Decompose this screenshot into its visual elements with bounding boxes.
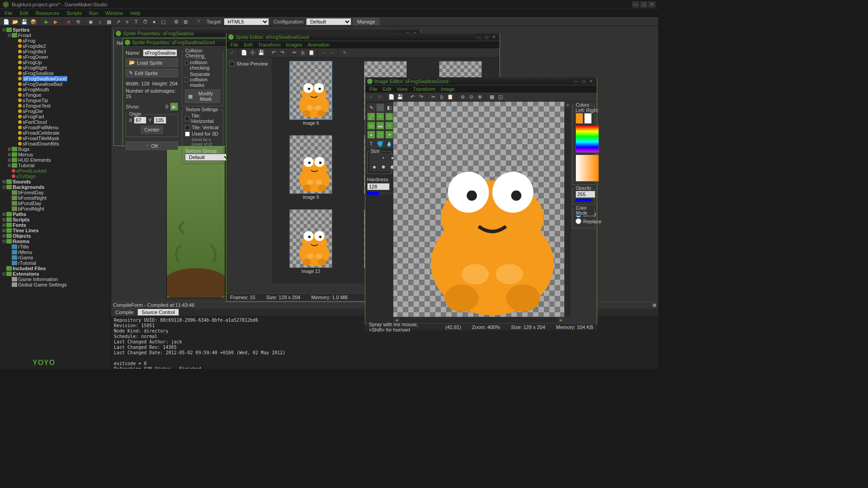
tree-backgrounds[interactable]: Backgrounds — [13, 184, 44, 190]
extension-icon[interactable]: ⊞ — [182, 18, 189, 25]
tile-v-checkbox[interactable] — [185, 125, 190, 130]
add-icon[interactable]: ➕ — [249, 49, 256, 56]
new-project-icon[interactable]: 📄 — [3, 18, 10, 25]
help-icon[interactable]: ? — [195, 18, 202, 25]
se-menu-edit[interactable]: Edit — [242, 42, 255, 48]
brush-size-1[interactable]: · — [370, 154, 378, 162]
debug-icon[interactable]: ▶ — [52, 18, 59, 25]
compile-close-icon[interactable]: ⊗ — [652, 302, 656, 309]
text-tool[interactable]: T — [367, 140, 375, 148]
se-menu-transform[interactable]: Transform — [256, 42, 283, 48]
zoom-in-icon[interactable]: ⊕ — [476, 94, 483, 101]
tree-sprite-item[interactable]: sTutSign — [1, 174, 110, 179]
target-select[interactable]: HTML5 — [224, 18, 269, 25]
se-menu-file[interactable]: File — [228, 42, 241, 48]
export-icon[interactable]: 📦 — [30, 18, 37, 25]
wand-tool[interactable]: ✦ — [385, 131, 393, 139]
close-icon[interactable]: ✕ — [588, 78, 595, 84]
tree-paths[interactable]: Paths — [13, 211, 26, 217]
sprite-props-window-2[interactable]: Sprite Properties: sFrogSwallowGood Name… — [123, 38, 226, 146]
cache-icon[interactable]: ⟲ — [74, 18, 81, 25]
tree-sprite-item[interactable]: sFrogSwallowBad — [1, 81, 110, 87]
separate-checkbox[interactable] — [185, 77, 188, 82]
tree-sprite-item[interactable]: sFrogSwallow — [1, 70, 110, 76]
new-icon[interactable]: 📄 — [388, 94, 395, 101]
tree-sprite-item[interactable]: sFrog — [1, 38, 110, 43]
image-canvas[interactable] — [393, 102, 564, 317]
left-color-swatch[interactable] — [576, 113, 583, 124]
manage-button[interactable]: Manage — [353, 18, 379, 25]
undo-icon[interactable]: ↶ — [270, 49, 277, 56]
name-input[interactable] — [143, 49, 177, 56]
open-icon[interactable]: 📂 — [12, 18, 19, 25]
rect-tool[interactable]: ▭ — [367, 122, 375, 130]
hardness-slider[interactable] — [367, 192, 392, 195]
eraser-tool[interactable]: ◧ — [385, 103, 393, 112]
color-palette[interactable] — [576, 126, 599, 153]
redo-icon[interactable]: ↷ — [278, 49, 286, 56]
tree-sprites[interactable]: Sprites — [13, 27, 29, 33]
ok-button[interactable]: ✓OK — [126, 141, 178, 150]
maximize-button[interactable]: ◻ — [640, 1, 647, 8]
shift-left-icon[interactable]: ← — [320, 49, 327, 56]
menu-window[interactable]: Window — [103, 9, 126, 17]
menu-run[interactable]: Run — [86, 9, 101, 17]
tree-rooms[interactable]: Rooms — [13, 239, 29, 244]
source-control-tab[interactable]: Source Control — [137, 309, 179, 316]
tree-bg-item[interactable]: bForestDay — [1, 190, 110, 195]
menu-scripts[interactable]: Scripts — [64, 9, 85, 17]
rect-fill-tool[interactable]: ▬ — [376, 122, 384, 130]
minimize-button[interactable]: — — [632, 1, 639, 8]
stop-icon[interactable]: ■ — [65, 18, 72, 25]
ie-menu-file[interactable]: File — [367, 86, 380, 92]
hue-picker[interactable] — [576, 155, 599, 182]
ie-menu-edit[interactable]: Edit — [381, 86, 394, 92]
object-icon[interactable]: ● — [151, 18, 158, 25]
se-menu-animation[interactable]: Animation — [306, 42, 332, 48]
brush-size-2[interactable]: • — [379, 154, 387, 162]
origin-x-input[interactable] — [134, 117, 146, 124]
tree-timelines[interactable]: Time Lines — [13, 228, 38, 233]
ellipse-tool[interactable]: ○ — [385, 122, 393, 130]
tree-sprite-item[interactable]: sFrogIdle3 — [1, 49, 110, 54]
tree-sprite-item[interactable]: sFrogRight — [1, 65, 110, 70]
pencil-tool[interactable]: ✎ — [367, 103, 375, 112]
precise-checkbox[interactable] — [185, 60, 188, 65]
brush-size-4[interactable]: ● — [370, 163, 378, 171]
picker-tool[interactable]: 💧 — [385, 140, 393, 148]
new-icon[interactable]: 📄 — [241, 49, 248, 56]
se-menu-images[interactable]: Images — [283, 42, 304, 48]
menu-resources[interactable]: Resources — [33, 9, 62, 17]
save-icon[interactable]: 💾 — [258, 49, 265, 56]
save-icon[interactable]: 💾 — [396, 94, 404, 101]
center-button[interactable]: Center — [141, 126, 162, 134]
frame-item[interactable]: image 6 — [275, 61, 346, 131]
tree-folder[interactable]: ⊞Tutorial — [1, 163, 110, 168]
frame-item[interactable]: image 9 — [275, 135, 346, 206]
redo-icon[interactable]: ↷ — [417, 94, 425, 101]
check-icon[interactable]: ✓ — [228, 49, 236, 56]
polygon-tool[interactable]: ⬡ — [385, 113, 393, 121]
font-icon[interactable]: T — [132, 18, 140, 25]
tree-folder[interactable]: ⊞Bugs — [1, 146, 110, 152]
opacity-input[interactable] — [576, 191, 595, 198]
menu-edit[interactable]: Edit — [17, 9, 31, 17]
copy-icon[interactable]: ⎘ — [299, 49, 307, 56]
tree-bg-item[interactable]: bPondNight — [1, 206, 110, 211]
tree-objects[interactable]: Objects — [13, 233, 31, 239]
check-icon[interactable]: ✓ — [367, 94, 374, 101]
script-icon[interactable]: ≡ — [123, 18, 131, 25]
ie-menu-image[interactable]: Image — [439, 86, 457, 92]
tree-scripts[interactable]: Scripts — [13, 217, 29, 222]
shift-right-icon[interactable]: → — [329, 49, 336, 56]
ie-menu-transform[interactable]: Transform — [410, 86, 438, 92]
path-icon[interactable]: ↗ — [114, 18, 122, 25]
sprite-icon[interactable]: ◉ — [87, 18, 94, 25]
zoom-out-icon[interactable]: ⊖ — [459, 94, 466, 101]
show-next-button[interactable]: ▶ — [170, 103, 178, 111]
timeline-icon[interactable]: ⏱ — [142, 18, 149, 25]
tree-sprite-item[interactable]: sFrogSwallowGood — [1, 76, 110, 81]
tree-extensions[interactable]: Extensions — [13, 271, 39, 277]
tree-sprite-item[interactable]: sFrogMouth — [1, 87, 110, 92]
tree-room-item[interactable]: rTutorial — [1, 260, 110, 266]
